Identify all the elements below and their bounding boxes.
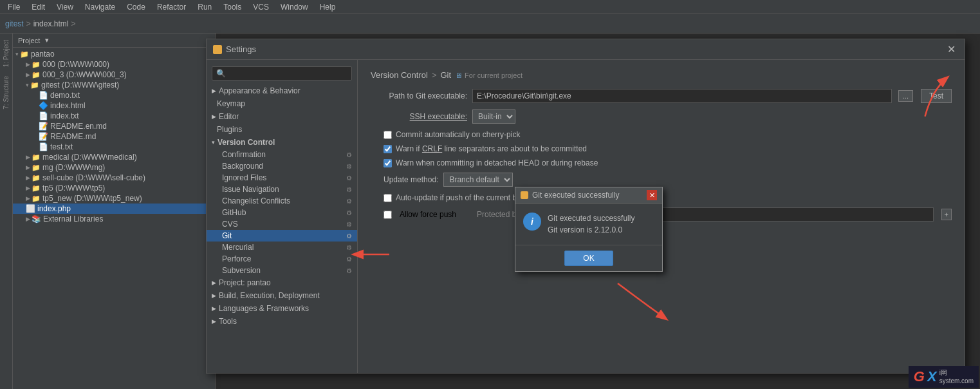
menu-tools[interactable]: Tools (218, 1, 246, 13)
side-tab-project[interactable]: 1: Project (1, 36, 11, 71)
git-dialog-line2: Git version is 2.12.0.0 (548, 224, 634, 236)
settings-group-header-editor[interactable]: ▶Editor (207, 110, 357, 123)
settings-group-header-build[interactable]: ▶Build, Execution, Deployment (207, 289, 357, 302)
update-method-label: Update method: (384, 175, 438, 184)
settings-sub-github[interactable]: GitHub ⚙ (207, 207, 357, 218)
tree-item-index-html[interactable]: 🔷 index.html (13, 100, 215, 111)
settings-sub-perforce[interactable]: Perforce ⚙ (207, 253, 357, 265)
group-label: Editor (219, 112, 239, 121)
menu-help[interactable]: Help (315, 1, 341, 13)
tree-item-ext-libs[interactable]: ▶ 📚 External Libraries (13, 214, 215, 224)
menu-code[interactable]: Code (122, 1, 151, 13)
menu-file[interactable]: File (3, 1, 25, 13)
panel-dropdown-icon[interactable]: ▾ (45, 36, 49, 44)
tree-item-tp5-new[interactable]: ▶ 📁 tp5_new (D:\WWW\tp5_new) (13, 193, 215, 204)
tree-item-mg[interactable]: ▶ 📁 mg (D:\WWW\mg) (13, 162, 215, 173)
watermark-text: i网 system.com (939, 368, 974, 385)
tree-label: index.php (37, 204, 71, 213)
git-path-browse-button[interactable]: ... (898, 90, 913, 102)
watermark-line2: system.com (939, 377, 974, 385)
cb-force-push[interactable] (384, 211, 392, 219)
menu-run[interactable]: Run (192, 1, 217, 13)
group-label: Languages & Frameworks (219, 304, 309, 313)
gear-icon-ignored: ⚙ (346, 175, 352, 182)
settings-group-header-languages[interactable]: ▶Languages & Frameworks (207, 302, 357, 315)
git-dialog-close-button[interactable]: ✕ (647, 190, 657, 200)
git-dialog-ok-button[interactable]: OK (564, 251, 613, 266)
watermark-box: G X i网 system.com (909, 366, 979, 388)
git-dialog-body: i Git executed successfully Git version … (515, 204, 662, 245)
settings-sub-git[interactable]: Git ⚙ (207, 230, 357, 242)
tree-label: sell-cube (D:\WWW\sell-cube) (42, 173, 145, 182)
title-bar: gitest > index.html > (0, 14, 980, 33)
settings-close-button[interactable]: ✕ (945, 43, 958, 55)
cb-detached[interactable] (384, 159, 392, 167)
git-test-button[interactable]: Test (921, 89, 952, 103)
settings-sub-background[interactable]: Background ⚙ (207, 160, 357, 172)
gear-icon-changelist: ⚙ (346, 198, 352, 205)
git-dialog-footer: OK (515, 245, 662, 271)
tree-item-sell-cube[interactable]: ▶ 📁 sell-cube (D:\WWW\sell-cube) (13, 173, 215, 183)
breadcrumb-file[interactable]: index.html (33, 19, 69, 28)
settings-title: Settings (213, 44, 256, 54)
tree-item-tp5[interactable]: ▶ 📁 tp5 (D:\WWW\tp5) (13, 183, 215, 193)
tree-item-000-3[interactable]: ▶ 📁 000_3 (D:\WWW\000_3) (13, 70, 215, 80)
tree-label: External Libraries (43, 214, 103, 223)
settings-item-keymap[interactable]: Keymap (207, 97, 357, 110)
settings-sub-issue-nav[interactable]: Issue Navigation ⚙ (207, 184, 357, 195)
menu-edit[interactable]: Edit (26, 1, 50, 13)
tree-item-test-txt[interactable]: 📄 test.txt (13, 142, 215, 152)
settings-sub-subversion[interactable]: Subversion ⚙ (207, 265, 357, 276)
ssh-select[interactable]: Built-in Native (472, 109, 515, 124)
sub-label: Subversion (222, 266, 261, 275)
tree-label: 000_3 (D:\WWW\000_3) (42, 70, 127, 79)
settings-title-bar: Settings ✕ (207, 39, 965, 60)
settings-sub-ignored[interactable]: Ignored Files ⚙ (207, 172, 357, 184)
menu-window[interactable]: Window (275, 1, 313, 13)
tree-item-gitest[interactable]: ▾ 📁 gitest (D:\WWW\gitest) (13, 80, 215, 90)
panel-title: Project (18, 37, 40, 44)
settings-sub-mercurial[interactable]: Mercurial ⚙ (207, 242, 357, 253)
breadcrumb-project[interactable]: gitest (5, 19, 24, 28)
git-path-row: Path to Git executable: ... Test (371, 89, 952, 103)
settings-group-header-project[interactable]: ▶Project: pantao (207, 276, 357, 289)
settings-sub-confirmation[interactable]: Confirmation ⚙ (207, 149, 357, 160)
cb-crlf[interactable] (384, 145, 392, 153)
group-label: Appearance & Behavior (219, 86, 300, 95)
cb-detached-label: Warn when committing in detached HEAD or… (396, 158, 598, 167)
tree-label: demo.txt (50, 91, 80, 100)
tree-item-medical[interactable]: ▶ 📁 medical (D:\WWW\medical) (13, 152, 215, 162)
settings-item-plugins[interactable]: Plugins (207, 123, 357, 136)
settings-sub-changelist[interactable]: Changelist Conflicts ⚙ (207, 195, 357, 207)
gear-icon-github: ⚙ (346, 209, 352, 216)
settings-search (207, 62, 357, 84)
menu-navigate[interactable]: Navigate (80, 1, 120, 13)
tree-item-demo-txt[interactable]: 📄 demo.txt (13, 90, 215, 100)
git-path-input[interactable] (472, 89, 892, 103)
tree-label: pantao (31, 50, 55, 59)
menu-refactor[interactable]: Refactor (152, 1, 191, 13)
git-path-label: Path to Git executable: (371, 91, 467, 100)
tree-item-pantao[interactable]: ▾ 📁 pantao (13, 49, 215, 59)
settings-vc-label: Version Control (371, 70, 428, 80)
update-method-select[interactable]: Branch default Merge Rebase (443, 173, 513, 187)
cb-auto-update[interactable] (384, 194, 392, 202)
tree-item-readme[interactable]: 📝 README.md (13, 131, 215, 142)
settings-group-header-appearance[interactable]: ▶Appearance & Behavior (207, 84, 357, 97)
menu-vcs[interactable]: VCS (248, 1, 274, 13)
tree-item-000[interactable]: ▶ 📁 000 (D:\WWW\000) (13, 59, 215, 70)
side-tab-structure[interactable]: 7: Structure (1, 72, 11, 113)
menu-view[interactable]: View (51, 1, 79, 13)
tree-item-index-txt[interactable]: 📄 index.txt (13, 111, 215, 121)
tree-item-index-php[interactable]: ⬜ index.php (13, 204, 215, 214)
side-tabs: 1: Project 7: Structure (0, 33, 13, 389)
settings-search-input[interactable] (212, 66, 352, 81)
add-protected-branch-button[interactable]: + (941, 209, 952, 220)
settings-group-header-vc[interactable]: ▾Version Control (207, 136, 357, 149)
git-dialog-title-bar: Git executed successfully ✕ (515, 187, 662, 204)
cb-cherry-pick[interactable] (384, 131, 392, 139)
settings-group-header-tools[interactable]: ▶Tools (207, 315, 357, 328)
cb-force-push-label: Allow force push (400, 210, 456, 219)
settings-sub-cvs[interactable]: CVS ⚙ (207, 218, 357, 230)
tree-item-readme-en[interactable]: 📝 README.en.md (13, 121, 215, 131)
